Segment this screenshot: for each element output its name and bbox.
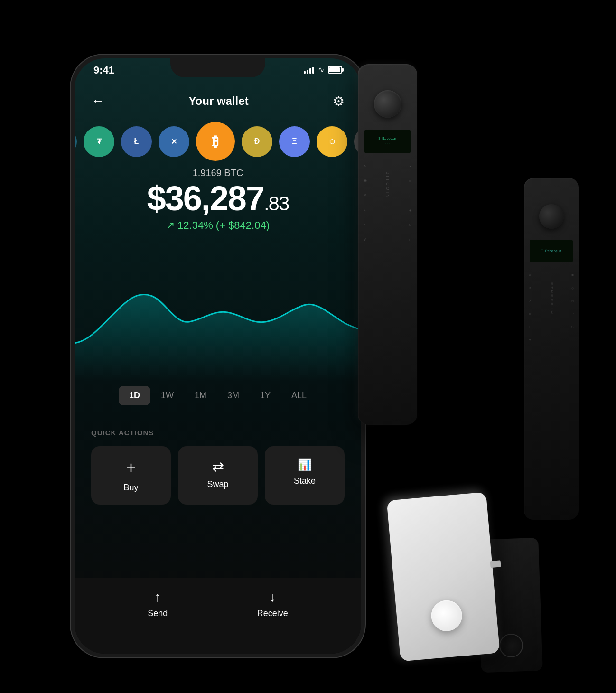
- device-circle-button-1: [374, 90, 401, 118]
- header-title: Your wallet: [188, 94, 248, 108]
- small-black-button: [499, 633, 523, 658]
- nav-row-1: ∧ ▲: [364, 164, 411, 168]
- status-time: 9:41: [93, 64, 114, 76]
- quick-actions-section: QUICK ACTIONS + Buy ⇄ Swap 📊 Stake: [75, 429, 361, 505]
- time-btn-all[interactable]: ALL: [281, 386, 317, 405]
- nav2-row-5: + ▷: [529, 325, 574, 328]
- coin-ltc[interactable]: Ł: [121, 126, 152, 157]
- swap-button[interactable]: ⇄ Swap: [178, 446, 258, 505]
- receive-button[interactable]: ↓ Receive: [257, 590, 288, 618]
- phone-screen: 9:41 ∿ ← Your wallet: [75, 58, 361, 654]
- signal-bar-1: [304, 71, 306, 74]
- nav-row-6: ∨ ◻: [364, 237, 411, 242]
- nav-sym-11: ∨: [364, 237, 366, 242]
- time-btn-1w[interactable]: 1W: [150, 386, 184, 405]
- nav2-row-4: ≡ ▪: [529, 312, 574, 316]
- nav2-row-6: ∨: [529, 338, 574, 342]
- nav2-row-3: ✕ ◷: [529, 299, 574, 303]
- nav2-sym-5: ✕: [529, 299, 532, 303]
- nav-row-5: + ▷: [364, 223, 411, 227]
- price-chart: [75, 248, 361, 381]
- buy-button[interactable]: + Buy: [91, 446, 171, 505]
- nav2-row-1: ∧ ◉: [529, 273, 574, 277]
- send-icon: ↑: [154, 590, 161, 605]
- stake-label: Stake: [294, 476, 316, 486]
- signal-icon: [304, 66, 314, 74]
- signal-bar-2: [307, 70, 308, 74]
- nav-sym-12: ◻: [409, 238, 411, 241]
- nav2-sym-9: +: [529, 325, 531, 328]
- settings-button[interactable]: ⚙: [333, 94, 345, 109]
- bottom-nav: ↑ Send ↓ Receive: [75, 578, 361, 654]
- signal-bar-4: [312, 67, 314, 74]
- time-btn-1d[interactable]: 1D: [119, 386, 150, 405]
- balance-crypto: 1.9169 BTC: [75, 168, 361, 178]
- device-display-text-1: ₿ Bitcoin···: [379, 137, 396, 146]
- balance-section: 1.9169 BTC $36,287.83 ↗ 12.34% (+ $842.0…: [75, 168, 361, 232]
- nav2-sym-3: B: [529, 286, 531, 290]
- time-btn-1y[interactable]: 1Y: [250, 386, 281, 405]
- nav-sym-8: ◈: [409, 208, 411, 212]
- coin-bnb[interactable]: ⬡: [317, 126, 347, 157]
- swap-icon: ⇄: [212, 458, 224, 475]
- nav2-sym-2: ◉: [571, 273, 574, 277]
- balance-cents: .83: [264, 192, 289, 215]
- nav2-sym-10: ▷: [571, 325, 574, 328]
- nav2-row-2: B ◎: [529, 286, 574, 290]
- nav-sym-3: ◉: [364, 178, 367, 183]
- coin-doge[interactable]: Ð: [242, 126, 272, 157]
- balance-change: ↗ 12.34% (+ $842.04): [75, 219, 361, 232]
- nav2-sym-6: ◷: [571, 299, 574, 303]
- phone-notch: [170, 58, 265, 77]
- nav-sym-1: ∧: [364, 164, 366, 168]
- nav-row-4: ≡ ◈: [364, 208, 411, 212]
- receive-label: Receive: [257, 609, 288, 618]
- coin-prev[interactable]: ◀: [75, 129, 77, 155]
- coin-xrp[interactable]: ✕: [159, 126, 189, 157]
- device-display-2: Ξ Ethereum: [530, 240, 573, 262]
- time-btn-1m[interactable]: 1M: [184, 386, 217, 405]
- nav2-sym-7: ≡: [529, 312, 531, 316]
- coin-eth[interactable]: Ξ: [279, 126, 310, 157]
- nav-sym-2: ▲: [409, 165, 411, 168]
- white-device-button: [430, 599, 463, 632]
- scene: 9:41 ∿ ← Your wallet: [47, 26, 569, 667]
- usb-connector: [490, 560, 501, 568]
- battery-icon: [328, 66, 342, 74]
- ledger-body-1: ₿ Bitcoin··· ∧ ▲ ◉ ◎ ✕ ◌ ≡ ◈: [358, 64, 417, 425]
- back-button[interactable]: ←: [91, 94, 104, 109]
- nav2-sym-4: ◎: [571, 286, 574, 290]
- device-display-1: ₿ Bitcoin···: [364, 130, 411, 153]
- ledger-nano-x-black-2: Ξ Ethereum Ethereum ∧ ◉ B ◎ ✕ ◷ ≡: [524, 178, 579, 520]
- device-nav-area-2: ∧ ◉ B ◎ ✕ ◷ ≡ ▪ + ▷: [529, 273, 574, 342]
- balance-main: 36,287: [165, 179, 264, 217]
- coin-carousel: ◀ ₮ Ł ✕ ₿ Ð Ξ ⬡ A: [75, 120, 361, 163]
- balance-amount: $36,287.83: [75, 181, 361, 215]
- coin-usdt[interactable]: ₮: [84, 126, 114, 157]
- nav2-sym-8: ▪: [573, 312, 574, 316]
- battery-fill: [329, 67, 340, 72]
- coin-btc[interactable]: ₿: [196, 122, 235, 161]
- status-icons: ∿: [304, 65, 342, 74]
- nav2-sym-11: ∨: [529, 338, 531, 342]
- stake-button[interactable]: 📊 Stake: [265, 446, 345, 505]
- buy-icon: +: [126, 458, 136, 478]
- nav-sym-10: ▷: [409, 223, 411, 226]
- ledger-body-2: Ξ Ethereum Ethereum ∧ ◉ B ◎ ✕ ◷ ≡: [524, 178, 579, 520]
- quick-actions-label: QUICK ACTIONS: [91, 429, 345, 437]
- dollar-sign: $: [147, 179, 165, 217]
- nav-sym-7: ≡: [364, 208, 366, 212]
- nav-sym-4: ◎: [409, 179, 411, 182]
- send-button[interactable]: ↑ Send: [148, 590, 168, 618]
- swap-label: Swap: [207, 479, 228, 489]
- nav2-sym-1: ∧: [529, 273, 531, 277]
- time-btn-3m[interactable]: 3M: [217, 386, 250, 405]
- ledger-nano-x-black: ₿ Bitcoin··· ∧ ▲ ◉ ◎ ✕ ◌ ≡ ◈: [358, 64, 417, 425]
- device-circle-button-2: [539, 204, 564, 229]
- nav-sym-9: +: [364, 223, 366, 227]
- nav-sym-5: ✕: [364, 193, 367, 197]
- quick-actions-grid: + Buy ⇄ Swap 📊 Stake: [91, 446, 345, 505]
- nav-sym-6: ◌: [409, 194, 411, 197]
- phone-device: 9:41 ∿ ← Your wallet: [71, 55, 365, 657]
- chart-area: [75, 294, 361, 381]
